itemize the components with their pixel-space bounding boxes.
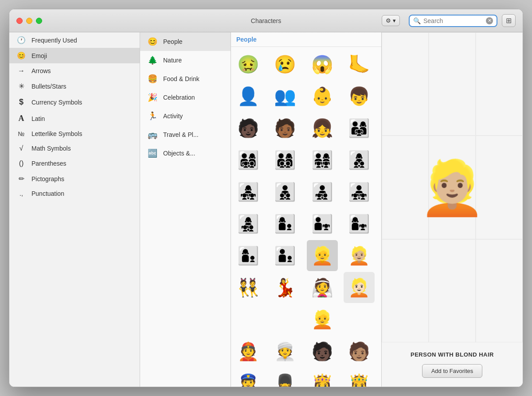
emoji-cell[interactable]: 👧	[307, 113, 338, 144]
emoji-cell[interactable]: 👸	[307, 368, 338, 387]
main-content: 🕐 Frequently Used 😊 Emoji → Arrows ✳ Bul…	[9, 32, 523, 387]
emoji-cell[interactable]: 👦	[344, 81, 375, 112]
bullets-icon: ✳	[16, 82, 26, 90]
emoji-cell[interactable]: 👥	[270, 81, 301, 112]
category-activity[interactable]: 🏃 Activity	[140, 107, 231, 125]
settings-button[interactable]: ⚙ ▾	[382, 15, 400, 26]
emoji-cell[interactable]: 👮	[233, 368, 264, 387]
sidebar-item-bullets[interactable]: ✳ Bullets/Stars	[9, 78, 140, 94]
titlebar: Characters ⚙ ▾ 🔍 ✕ ⊞	[9, 9, 523, 32]
category-label-celebration: Celebration	[163, 94, 195, 101]
emoji-cell[interactable]: 👨‍👧‍👦	[307, 176, 338, 207]
category-nature[interactable]: 🌲 Nature	[140, 51, 231, 70]
emoji-cell[interactable]: 👰	[307, 272, 338, 303]
emoji-cell[interactable]: 🤴	[344, 368, 375, 387]
emoji-cell[interactable]: 👨‍👧‍👧	[344, 176, 375, 207]
traffic-lights	[16, 18, 42, 24]
sidebar-label-parentheses: Parentheses	[31, 160, 66, 167]
sidebar-item-letterlike[interactable]: № Letterlike Symbols	[9, 127, 140, 141]
emoji-cell[interactable]: 🦶	[344, 49, 375, 80]
sidebar-item-pictographs[interactable]: ✏ Pictographs	[9, 171, 140, 186]
emoji-cell[interactable]: 👩‍👦	[270, 208, 301, 239]
emoji-cell[interactable]: 👨‍👦‍👦	[270, 176, 301, 207]
emoji-cell[interactable]: 👳	[270, 336, 301, 367]
search-clear-button[interactable]: ✕	[486, 17, 493, 24]
parentheses-icon: ()	[16, 159, 26, 167]
category-travel[interactable]: 🚌 Travel & Pl...	[140, 125, 231, 144]
emoji-cell[interactable]: 👨‍👧	[307, 208, 338, 239]
emoji-cell[interactable]: 👨‍👩‍👧	[344, 113, 375, 144]
emoji-cell[interactable]: 👩‍👦	[233, 240, 264, 271]
sidebar-label-pictographs: Pictographs	[31, 175, 64, 182]
emoji-cell[interactable]: 🧑🏾	[270, 113, 301, 144]
sidebar-item-punctuation[interactable]: ., Punctuation	[9, 186, 140, 201]
emoji-cell[interactable]: 🧑🏿	[307, 336, 338, 367]
sidebar-item-math[interactable]: √ Math Symbols	[9, 141, 140, 156]
category-objects[interactable]: 🔤 Objects &...	[140, 144, 231, 163]
sidebar-label-arrows: Arrows	[31, 67, 51, 74]
sidebar-label-currency: Currency Symbols	[31, 99, 82, 106]
objects-icon: 🔤	[147, 148, 158, 158]
emoji-grid: 🤢 😢 😱 🦶 👤 👥 👶 👦 🧑🏿 🧑🏾 👧 👨‍👩‍👧 👨‍👩‍👧‍👦 👨‍…	[231, 47, 381, 387]
sidebar-item-arrows[interactable]: → Arrows	[9, 63, 140, 78]
sidebar-item-currency[interactable]: $ Currency Symbols	[9, 94, 140, 110]
detail-emoji-area: 👱🏼	[382, 32, 523, 342]
window-title: Characters	[251, 17, 281, 24]
emoji-cell-selected[interactable]: 👱	[307, 240, 338, 271]
emoji-cell[interactable]: 👱🏻	[344, 272, 375, 303]
emoji-cell[interactable]: 👩‍👧	[344, 208, 375, 239]
emoji-cell[interactable]: 👱	[307, 304, 338, 335]
sidebar-label-punctuation: Punctuation	[31, 190, 64, 197]
close-button[interactable]	[16, 18, 23, 24]
celebration-icon: 🎉	[147, 93, 158, 102]
arrow-icon: →	[16, 67, 26, 75]
category-label-activity: Activity	[163, 113, 183, 120]
emoji-cell[interactable]: 😢	[270, 49, 301, 80]
category-label-people: People	[163, 38, 183, 45]
grid-view-button[interactable]: ⊞	[502, 14, 516, 27]
sidebar-item-frequently-used[interactable]: 🕐 Frequently Used	[9, 32, 140, 48]
category-label-travel: Travel & Pl...	[163, 131, 199, 138]
bg-cell	[476, 32, 523, 136]
emoji-cell[interactable]: 👤	[233, 81, 264, 112]
letterlike-icon: №	[16, 130, 26, 137]
emoji-cell[interactable]: 👨‍👩‍👧‍👦	[233, 144, 264, 175]
add-to-favorites-button[interactable]: Add to Favorites	[422, 364, 483, 378]
emoji-cell[interactable]: 😱	[307, 49, 338, 80]
emoji-cell[interactable]: 👩‍👦‍👦	[344, 144, 375, 175]
sidebar-item-parentheses[interactable]: () Parentheses	[9, 156, 140, 171]
category-food[interactable]: 🍔 Food & Drink	[140, 70, 231, 88]
sidebar-label-emoji: Emoji	[31, 52, 47, 59]
sidebar-item-latin[interactable]: A Latin	[9, 110, 140, 127]
minimize-button[interactable]	[26, 18, 32, 24]
category-people[interactable]: 😊 People	[140, 32, 231, 51]
category-panel: 😊 People 🌲 Nature 🍔 Food & Drink 🎉 Celeb…	[140, 32, 231, 387]
gear-icon: ⚙	[386, 17, 391, 24]
emoji-cell[interactable]	[344, 304, 375, 335]
emoji-cell[interactable]: 💂	[270, 368, 301, 387]
emoji-cell[interactable]: 💃	[270, 272, 301, 303]
emoji-cell[interactable]: 🧑🏽	[344, 336, 375, 367]
emoji-cell[interactable]: 👩‍👧‍👧	[233, 176, 264, 207]
maximize-button[interactable]	[36, 18, 42, 24]
emoji-grid-panel: People 🤢 😢 😱 🦶 👤 👥 👶 👦 🧑🏿 🧑🏾 👧 👨‍👩‍👧	[231, 32, 382, 387]
emoji-cell[interactable]: 👨‍👩‍👧‍👧	[307, 144, 338, 175]
emoji-cell[interactable]: 👱🏼	[344, 240, 375, 271]
people-icon: 😊	[147, 37, 158, 47]
emoji-cell[interactable]: 🧑🏿	[233, 113, 264, 144]
currency-icon: $	[16, 97, 26, 107]
emoji-cell[interactable]: 👲	[233, 336, 264, 367]
emoji-cell[interactable]: 👩‍👧‍👦	[233, 208, 264, 239]
category-celebration[interactable]: 🎉 Celebration	[140, 88, 231, 107]
search-input[interactable]	[423, 17, 483, 24]
emoji-cell[interactable]: 🤢	[233, 49, 264, 80]
emoji-cell[interactable]: 👨‍👩‍👦‍👦	[270, 144, 301, 175]
emoji-cell[interactable]: 👶	[307, 81, 338, 112]
sidebar-item-emoji[interactable]: 😊 Emoji	[9, 48, 140, 63]
emoji-cell[interactable]: 👯	[233, 272, 264, 303]
nature-icon: 🌲	[147, 55, 158, 65]
category-label-food: Food & Drink	[163, 75, 200, 82]
latin-icon: A	[16, 114, 26, 123]
bg-cell	[476, 239, 523, 342]
emoji-cell[interactable]: 👨‍👦	[270, 240, 301, 271]
